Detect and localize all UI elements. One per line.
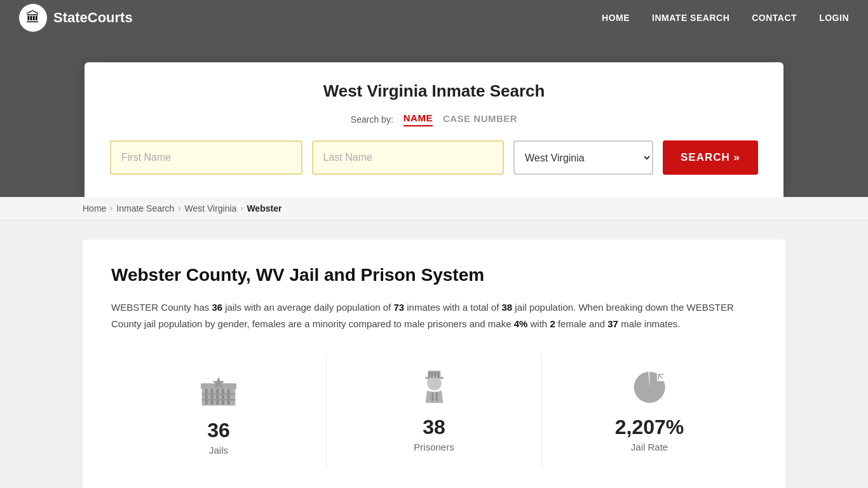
prisoner-icon [414,367,455,408]
stat-jailrate-number: 2,207% [615,416,684,439]
breadcrumb-sep-2: › [178,204,180,213]
nav-home[interactable]: HOME [602,13,630,23]
main-content: Webster County, WV Jail and Prison Syste… [0,220,868,488]
desc-mid4: with [527,318,550,329]
site-logo[interactable]: 🏛 StateCourts [19,4,133,32]
nav-contact[interactable]: CONTACT [752,13,797,23]
desc-jails: 36 [212,302,222,313]
state-select[interactable]: West Virginia Alabama Alaska Arizona Ark… [513,140,653,175]
header: COURTHOUSE 🏛 StateCourts HOME INMATE SEA… [0,0,868,197]
logo-icon: 🏛 [19,4,47,32]
tab-case-number[interactable]: CASE NUMBER [443,113,517,126]
svg-rect-7 [202,399,236,401]
svg-rect-14 [431,372,432,378]
search-inputs-row: West Virginia Alabama Alaska Arizona Ark… [110,140,758,175]
desc-female-count: 2 [550,318,555,329]
jail-icon [196,367,241,411]
desc-total: 38 [502,302,513,313]
breadcrumb-sep-3: › [240,204,243,213]
stat-jails-number: 36 [207,419,230,442]
stat-jails: 36 Jails [111,354,327,468]
stat-prisoners-number: 38 [423,416,445,439]
breadcrumb-inmate-search[interactable]: Inmate Search [116,203,174,214]
desc-mid1: jails with an average daily population o… [222,302,393,313]
desc-male-count: 37 [607,318,618,329]
breadcrumb-sep-1: › [110,204,112,213]
desc-mid5: female and [555,318,608,329]
svg-rect-2 [211,389,214,405]
search-card: West Virginia Inmate Search Search by: N… [85,62,783,197]
svg-rect-6 [202,393,236,395]
desc-pre1: WEBSTER County has [111,302,212,313]
breadcrumb-current: Webster [247,203,281,214]
svg-rect-18 [435,393,437,401]
site-name: StateCourts [53,10,133,26]
desc-mid2: inmates with a total of [404,302,501,313]
content-description: WEBSTER County has 36 jails with an aver… [111,299,757,332]
search-by-label: Search by: [351,114,393,125]
last-name-input[interactable] [312,140,505,175]
svg-rect-5 [227,389,230,405]
svg-point-12 [427,376,442,391]
chart-icon [629,367,670,408]
svg-rect-15 [434,372,435,378]
tab-name[interactable]: NAME [403,112,433,126]
desc-mid6: male inmates. [618,318,681,329]
svg-rect-17 [431,393,433,401]
breadcrumb: Home › Inmate Search › West Virginia › W… [0,197,868,220]
navigation: 🏛 StateCourts HOME INMATE SEARCH CONTACT… [0,0,868,35]
breadcrumb-state[interactable]: West Virginia [184,203,236,214]
content-card: Webster County, WV Jail and Prison Syste… [83,240,785,488]
stat-jails-label: Jails [209,445,228,456]
stat-prisoners-label: Prisoners [414,442,454,452]
svg-rect-16 [437,372,438,378]
stat-prisoners: 38 Prisoners [327,354,542,468]
breadcrumb-home[interactable]: Home [83,203,106,214]
svg-rect-3 [217,389,219,405]
svg-rect-1 [205,389,208,405]
nav-login[interactable]: LOGIN [819,13,849,23]
svg-rect-13 [428,372,429,378]
search-title: West Virginia Inmate Search [110,81,758,101]
desc-female-pct: 4% [514,318,528,329]
search-button[interactable]: SEARCH » [663,140,758,175]
svg-rect-4 [222,389,224,405]
stats-row: 36 Jails [111,354,757,468]
stat-jail-rate: 2,207% Jail Rate [542,354,757,468]
first-name-input[interactable] [110,140,302,175]
nav-links: HOME INMATE SEARCH CONTACT LOGIN [602,13,849,23]
search-by-row: Search by: NAME CASE NUMBER [110,112,758,126]
stat-jailrate-label: Jail Rate [631,442,668,452]
desc-daily-pop: 73 [393,302,404,313]
content-title: Webster County, WV Jail and Prison Syste… [111,265,757,285]
nav-inmate-search[interactable]: INMATE SEARCH [652,13,729,23]
